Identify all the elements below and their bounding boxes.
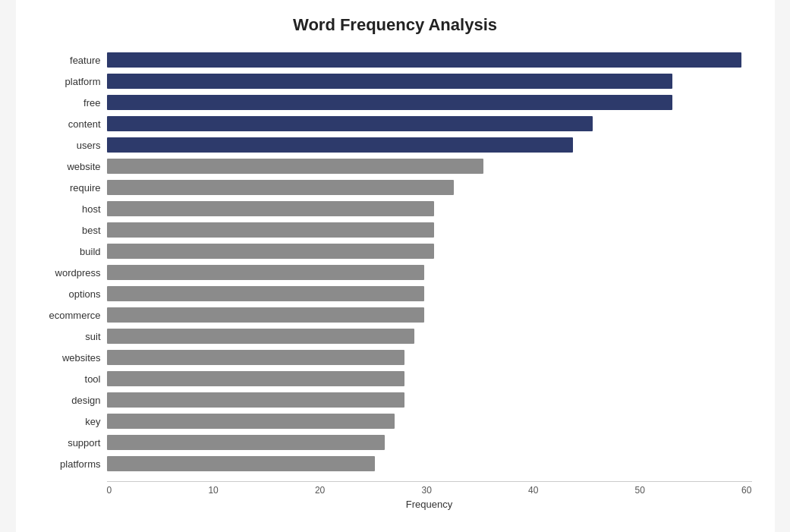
bar-track (107, 414, 752, 429)
bar-fill (107, 244, 435, 259)
bar-fill (107, 371, 404, 386)
bar-row: support (39, 433, 752, 452)
bar-row: host (39, 199, 752, 219)
bar-row: websites (39, 348, 752, 367)
bar-fill (107, 456, 375, 471)
bar-label: ecommerce (39, 310, 107, 321)
x-tick: 30 (421, 485, 431, 496)
bar-label: platforms (39, 458, 107, 470)
x-axis: 0102030405060 (107, 481, 752, 496)
bar-label: require (39, 182, 107, 194)
bar-row: feature (39, 50, 752, 70)
bar-track (107, 350, 752, 365)
bar-fill (107, 95, 672, 110)
bar-track (107, 180, 752, 195)
bar-track (107, 159, 752, 174)
bar-label: design (39, 395, 107, 406)
bar-track (107, 222, 752, 238)
bar-row: platform (39, 71, 752, 91)
chart-container: Word Frequency Analysis featureplatformf… (16, 0, 775, 532)
bar-fill (107, 435, 385, 450)
x-tick: 20 (315, 485, 325, 496)
bar-track (107, 265, 752, 280)
bar-row: wordpress (39, 263, 752, 282)
bar-fill (107, 52, 742, 68)
bar-track (107, 456, 752, 471)
bar-label: support (39, 437, 107, 449)
bar-track (107, 137, 752, 153)
x-tick: 50 (635, 485, 645, 496)
bar-fill (107, 201, 435, 216)
bar-track (107, 307, 752, 323)
bar-row: website (39, 156, 752, 176)
bar-label: tool (39, 373, 107, 385)
bar-row: require (39, 178, 752, 197)
bar-fill (107, 286, 424, 301)
bar-label: suit (39, 331, 107, 342)
bar-fill (107, 222, 435, 238)
bar-track (107, 74, 752, 89)
chart-area: featureplatformfreecontentuserswebsitere… (39, 50, 752, 475)
bar-track (107, 435, 752, 450)
bar-row: users (39, 135, 752, 155)
x-axis-label: Frequency (107, 499, 752, 510)
bar-track (107, 392, 752, 408)
x-tick: 0 (107, 485, 112, 496)
bar-fill (107, 116, 593, 131)
bar-fill (107, 159, 484, 174)
bar-label: key (39, 416, 107, 427)
bar-label: best (39, 225, 107, 236)
bar-label: platform (39, 76, 107, 87)
bar-track (107, 201, 752, 216)
bar-track (107, 329, 752, 344)
bar-label: websites (39, 352, 107, 364)
bar-row: best (39, 220, 752, 240)
x-tick: 40 (528, 485, 538, 496)
bar-label: host (39, 203, 107, 215)
bar-track (107, 244, 752, 259)
bar-track (107, 95, 752, 110)
bar-row: options (39, 284, 752, 304)
bar-fill (107, 350, 404, 365)
bar-label: options (39, 288, 107, 300)
bar-track (107, 286, 752, 301)
bar-label: users (39, 140, 107, 151)
bar-row: ecommerce (39, 305, 752, 325)
bar-fill (107, 180, 455, 195)
bar-fill (107, 329, 414, 344)
bar-row: build (39, 241, 752, 261)
bar-fill (107, 307, 424, 323)
bar-row: suit (39, 326, 752, 346)
bar-label: website (39, 161, 107, 172)
bar-fill (107, 137, 574, 153)
bar-row: tool (39, 369, 752, 389)
x-tick: 10 (208, 485, 218, 496)
bar-label: build (39, 246, 107, 257)
bar-row: free (39, 93, 752, 112)
bar-row: design (39, 390, 752, 410)
bar-label: content (39, 118, 107, 130)
bar-row: platforms (39, 454, 752, 474)
bar-row: key (39, 411, 752, 431)
bar-fill (107, 392, 404, 408)
bar-label: feature (39, 55, 107, 66)
chart-title: Word Frequency Analysis (39, 15, 752, 35)
bar-track (107, 116, 752, 131)
bar-track (107, 371, 752, 386)
bar-label: free (39, 97, 107, 109)
x-tick: 60 (741, 485, 751, 496)
bar-fill (107, 414, 395, 429)
bar-fill (107, 265, 424, 280)
bar-row: content (39, 114, 752, 134)
bar-track (107, 52, 752, 68)
bar-fill (107, 74, 672, 89)
bar-label: wordpress (39, 267, 107, 279)
